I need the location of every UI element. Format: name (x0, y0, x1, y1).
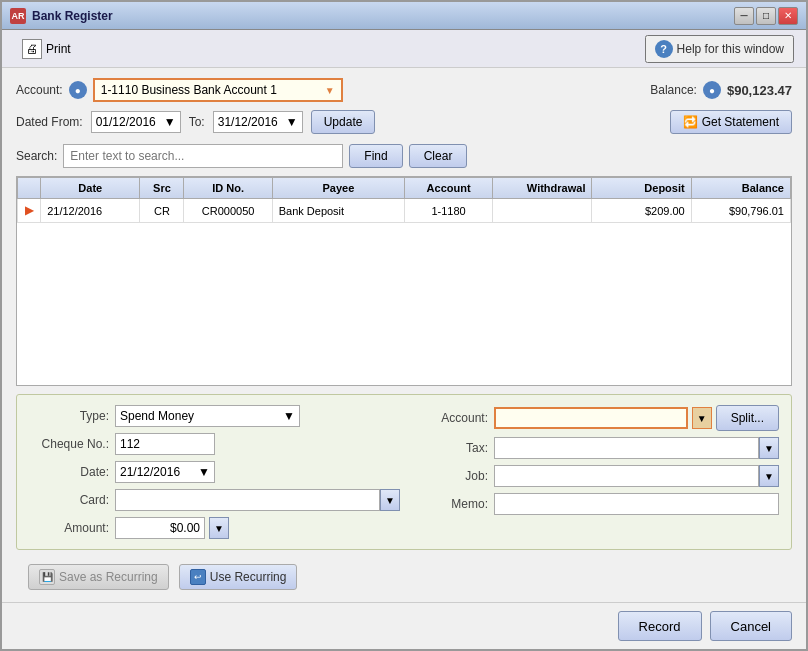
form-date-icon: ▼ (198, 465, 210, 479)
get-statement-label: Get Statement (702, 115, 779, 129)
search-row: Search: Find Clear (16, 144, 792, 168)
cheque-input[interactable] (115, 433, 215, 455)
col-header-arrow (18, 178, 41, 199)
memo-row: Memo: (408, 493, 779, 515)
clear-button[interactable]: Clear (409, 144, 468, 168)
use-recurring-label: Use Recurring (210, 570, 287, 584)
row-payee: Bank Deposit (272, 199, 404, 223)
col-header-src: Src (140, 178, 184, 199)
job-row: Job: ▼ (408, 465, 779, 487)
row-deposit: $209.00 (592, 199, 691, 223)
form-account-row: Account: ▼ Split... (408, 405, 779, 431)
memo-input[interactable] (494, 493, 779, 515)
job-input[interactable] (494, 465, 759, 487)
transaction-form: Type: Spend Money ▼ Cheque No.: Date: (16, 394, 792, 550)
card-label: Card: (29, 493, 109, 507)
help-label: Help for this window (677, 42, 784, 56)
save-recurring-icon: 💾 (39, 569, 55, 585)
tax-dropdown-icon[interactable]: ▼ (759, 437, 779, 459)
maximize-button[interactable]: □ (756, 7, 776, 25)
to-date-input[interactable]: 31/12/2016 ▼ (213, 111, 303, 133)
amount-row: Amount: ▼ (29, 517, 400, 539)
toolbar: 🖨 Print ? Help for this window (2, 30, 806, 68)
form-account-input[interactable] (494, 407, 688, 429)
amount-label: Amount: (29, 521, 109, 535)
type-value: Spend Money (120, 409, 194, 423)
account-nav-arrow[interactable]: ● (69, 81, 87, 99)
account-balance-row: Account: ● 1-1110 Business Bank Account … (16, 78, 792, 102)
tax-row: Tax: ▼ (408, 437, 779, 459)
col-header-payee: Payee (272, 178, 404, 199)
help-icon: ? (655, 40, 673, 58)
search-label: Search: (16, 149, 57, 163)
form-date-input[interactable]: 21/12/2016 ▼ (115, 461, 215, 483)
type-row: Type: Spend Money ▼ (29, 405, 400, 427)
card-row: Card: ▼ (29, 489, 400, 511)
update-button[interactable]: Update (311, 110, 376, 134)
tax-input[interactable] (494, 437, 759, 459)
printer-icon: 🖨 (22, 39, 42, 59)
window-title: Bank Register (32, 9, 113, 23)
save-recurring-label: Save as Recurring (59, 570, 158, 584)
amount-input[interactable] (115, 517, 205, 539)
card-input[interactable] (115, 489, 380, 511)
row-src: CR (140, 199, 184, 223)
table-row[interactable]: ▶ 21/12/2016 CR CR000050 Bank Deposit 1-… (18, 199, 791, 223)
use-recurring-icon: ↩ (190, 569, 206, 585)
dated-from-input[interactable]: 01/12/2016 ▼ (91, 111, 181, 133)
balance-value: $90,123.47 (727, 83, 792, 98)
record-button[interactable]: Record (618, 611, 702, 641)
dated-from-label: Dated From: (16, 115, 83, 129)
split-button[interactable]: Split... (716, 405, 779, 431)
col-header-date: Date (41, 178, 140, 199)
col-header-account: Account (405, 178, 493, 199)
form-date-row: Date: 21/12/2016 ▼ (29, 461, 400, 483)
row-account: 1-1180 (405, 199, 493, 223)
balance-label: Balance: (650, 83, 697, 97)
row-id: CR000050 (184, 199, 272, 223)
transactions-table: Date Src ID No. Payee Account Withdrawal… (16, 176, 792, 386)
col-header-balance: Balance (691, 178, 790, 199)
form-date-value: 21/12/2016 (120, 465, 180, 479)
balance-nav-arrow[interactable]: ● (703, 81, 721, 99)
statement-icon: 🔁 (683, 115, 698, 129)
account-select[interactable]: 1-1110 Business Bank Account 1 ▼ (93, 78, 343, 102)
to-date-value: 31/12/2016 (218, 115, 278, 129)
row-withdrawal (493, 199, 592, 223)
col-header-withdrawal: Withdrawal (493, 178, 592, 199)
date-range-row: Dated From: 01/12/2016 ▼ To: 31/12/2016 … (16, 110, 792, 134)
row-arrow: ▶ (18, 199, 41, 223)
save-recurring-button[interactable]: 💾 Save as Recurring (28, 564, 169, 590)
cancel-button[interactable]: Cancel (710, 611, 792, 641)
form-account-label: Account: (408, 411, 488, 425)
get-statement-button[interactable]: 🔁 Get Statement (670, 110, 792, 134)
account-label: Account: (16, 83, 63, 97)
job-label: Job: (408, 469, 488, 483)
close-button[interactable]: ✕ (778, 7, 798, 25)
print-label: Print (46, 42, 71, 56)
amount-dropdown-icon[interactable]: ▼ (209, 517, 229, 539)
card-dropdown-icon[interactable]: ▼ (380, 489, 400, 511)
minimize-button[interactable]: ─ (734, 7, 754, 25)
help-button[interactable]: ? Help for this window (645, 35, 794, 63)
find-button[interactable]: Find (349, 144, 402, 168)
search-input[interactable] (63, 144, 343, 168)
footer: Record Cancel (2, 602, 806, 649)
type-label: Type: (29, 409, 109, 423)
to-label: To: (189, 115, 205, 129)
dated-from-dropdown-icon: ▼ (164, 115, 176, 129)
bank-register-window: AR Bank Register ─ □ ✕ 🖨 Print ? Help fo… (0, 0, 808, 651)
col-header-deposit: Deposit (592, 178, 691, 199)
job-dropdown-icon[interactable]: ▼ (759, 465, 779, 487)
to-date-dropdown-icon: ▼ (286, 115, 298, 129)
print-button[interactable]: 🖨 Print (14, 36, 79, 62)
app-icon: AR (10, 8, 26, 24)
form-account-dropdown[interactable]: ▼ (692, 407, 712, 429)
use-recurring-button[interactable]: ↩ Use Recurring (179, 564, 298, 590)
cheque-label: Cheque No.: (29, 437, 109, 451)
recurring-bar: 💾 Save as Recurring ↩ Use Recurring (16, 558, 792, 592)
cheque-row: Cheque No.: (29, 433, 400, 455)
memo-label: Memo: (408, 497, 488, 511)
type-select[interactable]: Spend Money ▼ (115, 405, 300, 427)
tax-label: Tax: (408, 441, 488, 455)
